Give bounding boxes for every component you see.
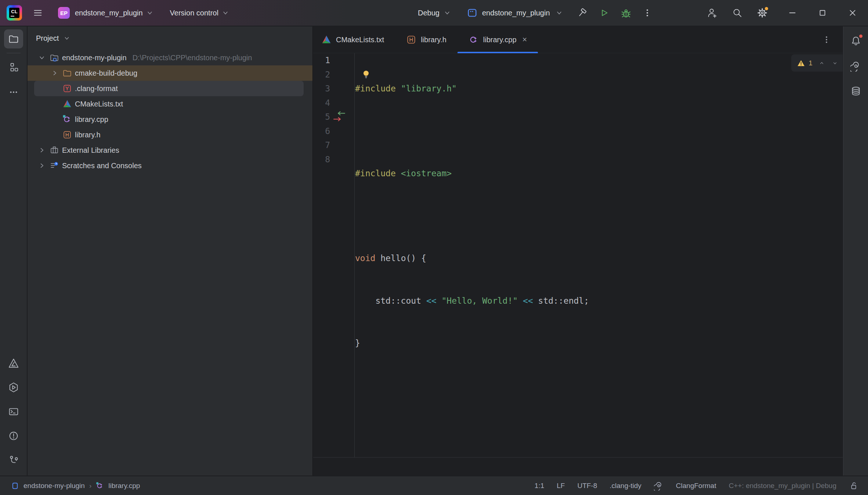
code-editor[interactable]: 12345678 #include "library.h" #include <… bbox=[313, 53, 843, 458]
code-lines[interactable]: #include "library.h" #include <iostream>… bbox=[355, 53, 843, 421]
chevron-right-icon[interactable] bbox=[50, 68, 59, 78]
code-line-6[interactable]: std::cout << "Hello, World!" << std::end… bbox=[355, 294, 843, 308]
left-tool-strip bbox=[0, 26, 27, 476]
terminal-tool-button[interactable] bbox=[4, 402, 23, 421]
next-problem-button[interactable] bbox=[832, 59, 838, 67]
tree-row-external-libraries[interactable]: External Libraries bbox=[28, 142, 312, 158]
code-line-5[interactable]: void hello() { bbox=[355, 251, 843, 265]
header-file-icon bbox=[62, 130, 72, 140]
intention-bulb-icon[interactable] bbox=[361, 69, 371, 80]
tree-row-clang-format[interactable]: .clang-format bbox=[28, 81, 312, 96]
code-line-7[interactable]: } bbox=[355, 336, 843, 350]
tab-options-kebab-icon[interactable] bbox=[821, 35, 832, 45]
search-everywhere-button[interactable] bbox=[732, 7, 743, 18]
tree-row-root[interactable]: endstone-my-plugin D:\Projects\CPP\endst… bbox=[28, 50, 312, 65]
project-name[interactable]: endstone_my_plugin bbox=[75, 9, 143, 17]
line-separator[interactable]: LF bbox=[557, 482, 565, 490]
clion-window: { "app": { "logo": "CL" }, "titlebar": {… bbox=[0, 0, 868, 495]
ai-assistant-button[interactable] bbox=[846, 57, 865, 76]
file-encoding[interactable]: UTF-8 bbox=[577, 482, 597, 490]
warning-icon bbox=[797, 58, 805, 68]
bug-icon bbox=[621, 7, 632, 18]
caret-position[interactable]: 1:1 bbox=[535, 482, 544, 490]
toolchain-info: C++: endstone_my_plugin | Debug bbox=[729, 482, 836, 490]
tab-library-h[interactable]: library.h bbox=[395, 26, 457, 53]
cmake-icon bbox=[8, 358, 19, 369]
tab-library-cpp[interactable]: library.cpp × bbox=[457, 26, 538, 53]
right-tool-strip bbox=[843, 26, 868, 476]
run-button[interactable] bbox=[598, 7, 610, 18]
project-tree: endstone-my-plugin D:\Projects\CPP\endst… bbox=[28, 50, 312, 173]
code-line-3[interactable]: #include <iostream> bbox=[355, 166, 843, 181]
project-panel-title: Project bbox=[36, 34, 59, 43]
notifications-button[interactable] bbox=[846, 32, 865, 51]
previous-problem-button[interactable] bbox=[818, 59, 825, 67]
database-icon bbox=[850, 86, 861, 97]
tab-close-icon[interactable]: × bbox=[522, 36, 527, 44]
structure-tool-button[interactable] bbox=[4, 58, 23, 77]
tree-row-cmake-build-debug[interactable]: cmake-build-debug bbox=[28, 65, 312, 81]
problems-tool-button[interactable] bbox=[4, 426, 23, 445]
editor-gutter[interactable]: 12345678 bbox=[313, 53, 354, 166]
kebab-icon bbox=[642, 7, 653, 18]
cmake-file-icon bbox=[321, 35, 332, 45]
problems-icon bbox=[8, 430, 19, 441]
build-button[interactable] bbox=[576, 7, 587, 18]
tab-cmakelists[interactable]: CMakeLists.txt bbox=[313, 26, 395, 53]
clang-tidy-widget[interactable]: .clang-tidy bbox=[610, 482, 641, 490]
code-with-me-button[interactable] bbox=[707, 7, 718, 18]
chevron-right-icon[interactable] bbox=[37, 161, 47, 170]
goto-declaration-arrow-icon[interactable] bbox=[335, 111, 346, 116]
chevron-down-icon[interactable] bbox=[37, 53, 47, 62]
status-bar: endstone-my-plugin › library.cpp 1:1 LF … bbox=[0, 476, 868, 495]
services-tool-button[interactable] bbox=[4, 378, 23, 397]
code-line-2[interactable] bbox=[355, 124, 843, 138]
inspection-widget[interactable]: 1 bbox=[791, 54, 843, 72]
chevron-down-icon[interactable] bbox=[221, 8, 230, 18]
project-panel: Project endstone-my-plugin D:\Projects\C… bbox=[28, 26, 313, 476]
maximize-icon bbox=[817, 7, 828, 18]
run-mode-selector[interactable]: Debug bbox=[418, 8, 452, 18]
database-button[interactable] bbox=[846, 82, 865, 101]
code-line-4[interactable] bbox=[355, 209, 843, 223]
run-configuration-selector[interactable]: endstone_my_plugin bbox=[467, 7, 564, 18]
version-control-tool-button[interactable] bbox=[4, 451, 23, 470]
settings-button[interactable] bbox=[757, 7, 768, 18]
project-tool-button[interactable] bbox=[4, 29, 23, 48]
tree-row-library-cpp[interactable]: library.cpp bbox=[28, 112, 312, 127]
main-menu-button[interactable] bbox=[32, 7, 43, 18]
project-avatar[interactable]: EP bbox=[58, 7, 70, 19]
clangd-swirl-icon[interactable] bbox=[654, 481, 663, 491]
cmake-tool-button[interactable] bbox=[4, 354, 23, 373]
minimize-button[interactable] bbox=[787, 7, 798, 18]
more-tool-windows-button[interactable] bbox=[4, 83, 23, 102]
tree-row-cmakelists[interactable]: CMakeLists.txt bbox=[28, 96, 312, 112]
ellipsis-icon bbox=[8, 87, 19, 98]
project-panel-header[interactable]: Project bbox=[28, 26, 312, 50]
breadcrumb-project[interactable]: endstone-my-plugin bbox=[23, 482, 85, 490]
chevron-down-icon[interactable] bbox=[145, 8, 155, 18]
maximize-button[interactable] bbox=[817, 7, 828, 18]
goto-definition-arrow-icon[interactable] bbox=[332, 116, 343, 122]
tree-row-library-h[interactable]: library.h bbox=[28, 127, 312, 142]
cpp-file-icon bbox=[469, 35, 479, 45]
warning-count: 1 bbox=[809, 59, 813, 67]
services-icon bbox=[8, 382, 19, 393]
notification-dot bbox=[858, 34, 863, 39]
unlock-icon[interactable] bbox=[849, 481, 858, 491]
code-line-8[interactable] bbox=[355, 379, 843, 393]
clang-format-widget[interactable]: ClangFormat bbox=[676, 482, 716, 490]
clion-logo-icon[interactable]: CL bbox=[7, 5, 22, 21]
editor-tab-bar: CMakeLists.txt library.h library.cpp × bbox=[313, 26, 843, 53]
chevron-right-icon[interactable] bbox=[37, 145, 47, 155]
debug-button[interactable] bbox=[621, 7, 632, 18]
breadcrumb-file[interactable]: library.cpp bbox=[108, 482, 140, 490]
vcs-menu[interactable]: Version control bbox=[170, 9, 218, 17]
more-actions-button[interactable] bbox=[642, 7, 653, 18]
code-line-1[interactable]: #include "library.h" bbox=[355, 82, 843, 96]
structure-icon bbox=[8, 62, 19, 73]
tree-row-scratches[interactable]: Scratches and Consoles bbox=[28, 158, 312, 173]
play-icon bbox=[598, 7, 610, 18]
close-button[interactable] bbox=[847, 7, 858, 18]
cpp-file-icon bbox=[62, 115, 72, 124]
